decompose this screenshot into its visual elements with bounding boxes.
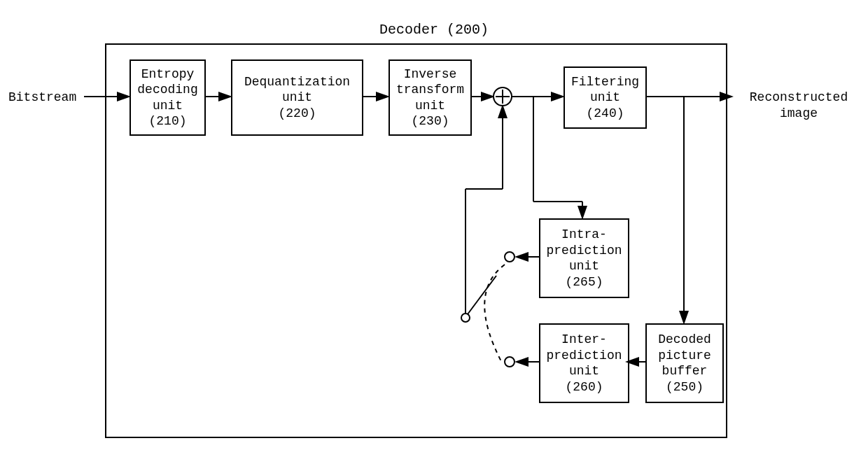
connectors-svg xyxy=(0,0,868,471)
diagram-canvas: Decoder (200) Entropy decoding unit (210… xyxy=(0,0,868,471)
svg-point-19 xyxy=(461,314,470,322)
svg-point-16 xyxy=(505,252,514,262)
svg-point-18 xyxy=(505,357,514,367)
svg-line-20 xyxy=(468,276,496,314)
